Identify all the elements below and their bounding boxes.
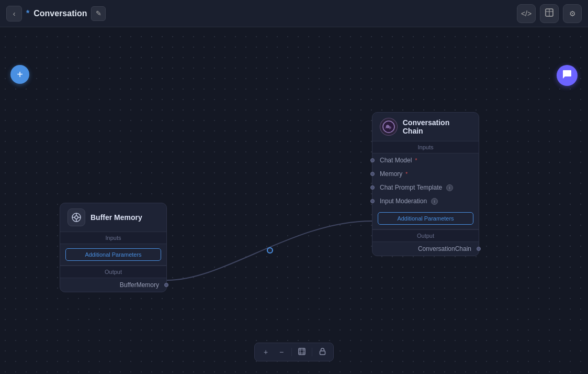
conv-chain-icon xyxy=(380,118,398,136)
page-title: Conversation xyxy=(33,9,87,18)
buffer-memory-output-port[interactable] xyxy=(164,283,168,287)
table-button[interactable] xyxy=(540,4,559,23)
input-moderation-info-icon: i xyxy=(431,198,438,205)
chat-model-input-row: Chat Model * xyxy=(372,153,479,167)
input-moderation-port[interactable] xyxy=(370,199,375,203)
zoom-in-icon: + xyxy=(264,348,268,356)
buffer-memory-output-label: Output xyxy=(60,266,166,278)
toolbar-divider xyxy=(291,348,292,356)
title-area: * Conversation ✎ xyxy=(26,6,106,21)
canvas: + Buff xyxy=(0,27,588,374)
input-moderation-row: Input Moderation i xyxy=(372,194,479,208)
conversation-chain-node: Conversation Chain Inputs Chat Model * M… xyxy=(372,112,479,256)
table-icon xyxy=(545,8,553,18)
zoom-out-icon: − xyxy=(279,348,284,356)
conv-chain-title: Conversation Chain xyxy=(403,118,471,135)
zoom-in-button[interactable]: + xyxy=(259,345,273,359)
chat-icon xyxy=(562,69,572,82)
buffer-memory-additional-params-button[interactable]: Additional Parameters xyxy=(65,248,161,261)
fit-view-icon xyxy=(298,348,306,357)
connection-midpoint xyxy=(267,247,273,254)
add-node-button[interactable]: + xyxy=(10,65,29,84)
gear-icon: ⚙ xyxy=(569,9,576,18)
zoom-out-button[interactable]: − xyxy=(275,345,288,359)
input-moderation-label: Input Moderation xyxy=(380,197,427,205)
toolbar-divider-2 xyxy=(312,348,312,356)
lock-button[interactable] xyxy=(315,345,329,359)
conv-chain-output-port-row: ConversationChain xyxy=(372,242,479,256)
conv-chain-additional-params-button[interactable]: Additional Parameters xyxy=(378,212,473,225)
conv-chain-output-port-label: ConversationChain xyxy=(418,245,471,252)
memory-label: Memory xyxy=(380,170,402,178)
back-icon: ‹ xyxy=(13,9,16,18)
settings-button[interactable]: ⚙ xyxy=(563,4,582,23)
code-button[interactable]: </> xyxy=(517,4,536,23)
memory-input-row: Memory * xyxy=(372,167,479,181)
chat-prompt-template-port[interactable] xyxy=(370,185,375,190)
connections-svg xyxy=(0,27,588,374)
buffer-memory-inputs-label: Inputs xyxy=(60,232,166,244)
memory-input-port[interactable] xyxy=(370,172,375,176)
buffer-memory-icon xyxy=(67,208,85,226)
edit-title-button[interactable]: ✎ xyxy=(91,6,106,21)
buffer-memory-output-port-label: BufferMemory xyxy=(120,281,159,289)
conv-chain-node-header: Conversation Chain xyxy=(372,113,479,141)
conv-chain-output-label: Output xyxy=(372,229,479,242)
unsaved-indicator: * xyxy=(26,9,29,18)
chat-prompt-template-row: Chat Prompt Template i xyxy=(372,181,479,194)
node-header: Buffer Memory xyxy=(60,203,166,232)
conv-chain-output-port[interactable] xyxy=(477,247,481,251)
back-button[interactable]: ‹ xyxy=(6,6,22,21)
conv-chain-inputs-label: Inputs xyxy=(372,141,479,153)
svg-point-4 xyxy=(75,216,78,219)
chat-prompt-template-label: Chat Prompt Template xyxy=(380,184,442,191)
header-actions: </> ⚙ xyxy=(517,4,582,23)
edit-icon: ✎ xyxy=(96,9,101,17)
chat-prompt-template-info-icon: i xyxy=(446,184,453,191)
conv-chain-output-section: Output ConversationChain xyxy=(372,229,479,256)
chat-model-required: * xyxy=(415,158,417,163)
buffer-memory-node: Buffer Memory Inputs Additional Paramete… xyxy=(60,203,167,292)
memory-required: * xyxy=(405,171,408,177)
chat-model-label: Chat Model xyxy=(380,157,412,164)
plus-icon: + xyxy=(17,69,23,81)
fit-view-button[interactable] xyxy=(295,345,309,359)
chat-model-input-port[interactable] xyxy=(370,158,375,162)
buffer-memory-output-port-row: BufferMemory xyxy=(60,278,166,292)
buffer-memory-title: Buffer Memory xyxy=(91,213,142,222)
zoom-toolbar: + − xyxy=(254,343,334,361)
header: ‹ * Conversation ✎ </> ⚙ xyxy=(0,0,588,27)
code-icon: </> xyxy=(521,9,532,18)
svg-rect-10 xyxy=(299,348,305,355)
chat-button[interactable] xyxy=(557,65,578,86)
svg-rect-15 xyxy=(320,351,325,355)
buffer-memory-output-section: Output BufferMemory xyxy=(60,265,166,292)
lock-icon xyxy=(319,348,326,357)
